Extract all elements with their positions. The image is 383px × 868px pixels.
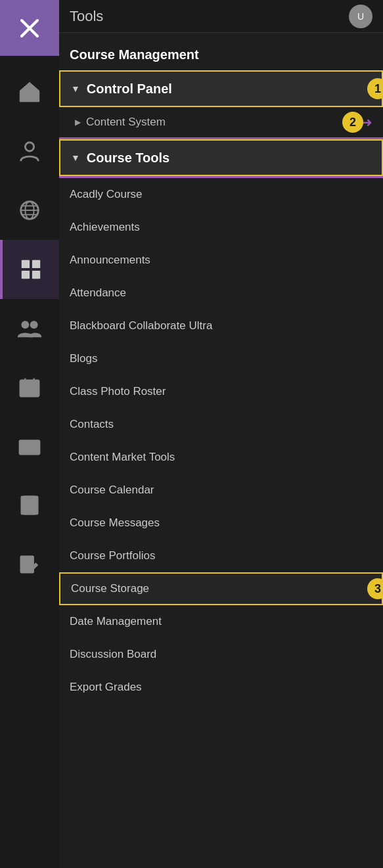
content-system-item[interactable]: ▶ Content System ➜ 2: [59, 107, 383, 137]
header-avatar: U: [349, 5, 372, 28]
menu-area: Course Management ▼ Control Panel 1 ▶ Co…: [59, 33, 383, 868]
badge-1: 1: [367, 78, 383, 99]
sidebar-item-calendar[interactable]: [0, 358, 59, 417]
svg-point-17: [31, 322, 37, 329]
tool-course-calendar[interactable]: Course Calendar: [59, 474, 383, 507]
content-system-sub-arrow: ▶: [75, 118, 81, 127]
sidebar-item-institution[interactable]: [0, 62, 59, 122]
svg-point-6: [25, 143, 34, 151]
tool-announcements[interactable]: Announcements: [59, 244, 383, 277]
svg-rect-26: [28, 392, 31, 395]
badge-3: 3: [367, 578, 383, 599]
sidebar-item-mail[interactable]: [0, 417, 59, 476]
control-panel-header[interactable]: ▼ Control Panel 1: [59, 70, 383, 107]
svg-rect-4: [26, 93, 29, 99]
sidebar-icons: [0, 56, 59, 595]
sidebar-item-edit[interactable]: [0, 536, 59, 595]
sidebar-item-groups[interactable]: [0, 299, 59, 358]
tool-class-photo-roster[interactable]: Class Photo Roster: [59, 375, 383, 408]
svg-rect-12: [22, 260, 30, 268]
control-panel-label: Control Panel: [87, 81, 172, 97]
course-management-heading: Course Management: [59, 33, 383, 70]
control-panel-wrapper: ▼ Control Panel 1: [59, 70, 383, 107]
tool-blackboard[interactable]: Blackboard Collaborate Ultra: [59, 309, 383, 342]
svg-rect-25: [24, 392, 27, 395]
svg-rect-5: [30, 93, 34, 99]
tool-blogs[interactable]: Blogs: [59, 342, 383, 375]
sidebar-item-content[interactable]: [0, 240, 59, 299]
tool-attendance[interactable]: Attendance: [59, 277, 383, 309]
tool-achievements[interactable]: Achievements: [59, 211, 383, 244]
content-system-label: Content System: [86, 116, 166, 129]
sidebar: [0, 0, 59, 868]
header: Tools U: [59, 0, 383, 33]
tool-date-management[interactable]: Date Management: [59, 605, 383, 638]
tool-content-market[interactable]: Content Market Tools: [59, 441, 383, 474]
tool-course-messages[interactable]: Course Messages: [59, 507, 383, 539]
sidebar-item-user[interactable]: [0, 122, 59, 181]
badge-2: 2: [342, 112, 363, 133]
svg-rect-23: [28, 388, 31, 391]
course-storage-wrapper: Course Storage 3: [59, 572, 383, 605]
control-panel-arrow: ▼: [71, 83, 80, 94]
svg-rect-15: [32, 271, 40, 279]
course-tools-header[interactable]: ▼ Course Tools: [59, 139, 383, 176]
course-tools-label: Course Tools: [87, 150, 169, 166]
tool-discussion-board[interactable]: Discussion Board: [59, 638, 383, 671]
close-button[interactable]: [0, 0, 59, 56]
tool-acadly[interactable]: Acadly Course: [59, 178, 383, 211]
main-content: Tools U Course Management ▼ Control Pane…: [59, 0, 383, 868]
sidebar-item-globe[interactable]: [0, 181, 59, 240]
tool-export-grades[interactable]: Export Grades: [59, 671, 383, 704]
course-tools-arrow: ▼: [71, 152, 80, 163]
content-system-wrapper: ▶ Content System ➜ 2: [59, 107, 383, 137]
sidebar-item-notes[interactable]: [0, 476, 59, 536]
svg-rect-14: [22, 271, 30, 279]
svg-rect-22: [24, 388, 27, 391]
header-title: Tools: [70, 8, 103, 25]
tool-course-storage[interactable]: Course Storage 3: [59, 572, 383, 605]
svg-point-16: [22, 322, 29, 329]
tool-course-portfolios[interactable]: Course Portfolios: [59, 539, 383, 572]
svg-rect-13: [32, 260, 40, 268]
tool-contacts[interactable]: Contacts: [59, 408, 383, 441]
svg-rect-24: [32, 388, 35, 391]
svg-rect-2: [20, 91, 39, 102]
svg-marker-3: [20, 82, 39, 91]
